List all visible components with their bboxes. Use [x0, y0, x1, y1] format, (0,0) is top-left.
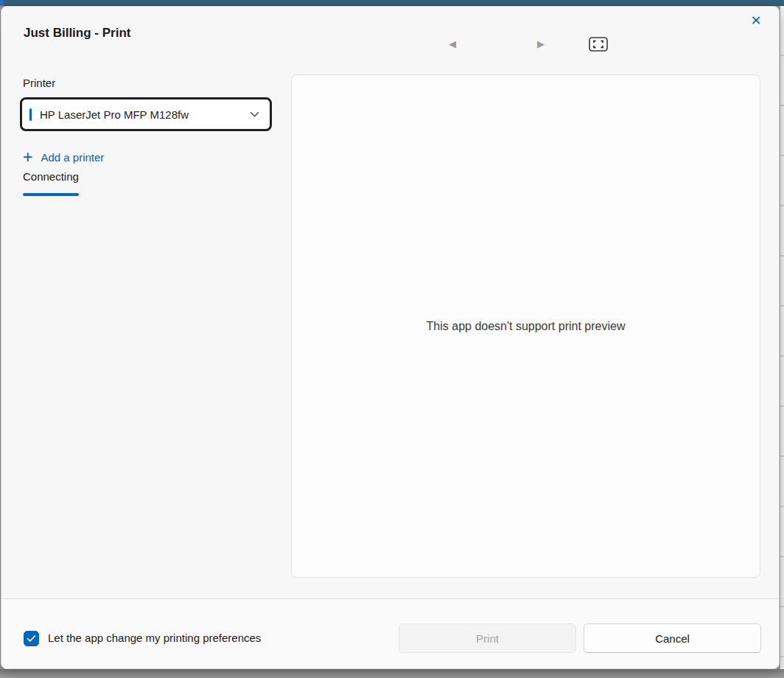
- cancel-button[interactable]: Cancel: [584, 623, 761, 653]
- close-icon: ✕: [750, 13, 761, 28]
- print-button[interactable]: Print: [399, 623, 576, 653]
- progress-track: [23, 193, 275, 196]
- next-page-button[interactable]: ▶: [531, 34, 551, 55]
- dialog-title: Just Billing - Print: [24, 26, 130, 41]
- add-printer-label: Add a printer: [41, 151, 104, 164]
- chevron-down-icon: [250, 111, 259, 118]
- selection-indicator: [29, 108, 32, 121]
- add-printer-link[interactable]: + Add a printer: [23, 147, 104, 167]
- previous-page-icon: ◀: [449, 38, 456, 49]
- previous-page-button[interactable]: ◀: [442, 34, 463, 55]
- plus-icon: +: [23, 149, 32, 165]
- dialog-footer: Let the app change my printing preferenc…: [1, 598, 779, 668]
- printer-select[interactable]: HP LaserJet Pro MFP M128fw: [20, 97, 272, 131]
- backdrop-app-bottom-edge: [0, 669, 784, 678]
- print-preview-area: This app doesn't support print preview: [291, 74, 760, 578]
- printing-preferences-label[interactable]: Let the app change my printing preferenc…: [48, 632, 261, 644]
- close-button[interactable]: ✕: [745, 10, 767, 32]
- checkmark-icon: [27, 635, 36, 643]
- printer-label: Printer: [23, 77, 55, 89]
- selected-printer-value: HP LaserJet Pro MFP M128fw: [40, 108, 250, 121]
- backdrop-app-titlebar: [0, 0, 784, 6]
- progress-bar: [23, 193, 79, 196]
- fit-to-page-icon: [589, 37, 608, 52]
- backdrop-accent-corner: [0, 0, 4, 6]
- fit-to-page-button[interactable]: [588, 34, 609, 55]
- preview-message: This app doesn't support print preview: [427, 320, 626, 333]
- next-page-icon: ▶: [537, 38, 545, 49]
- backdrop-app-right-edge: [780, 6, 784, 669]
- printing-preferences-checkbox[interactable]: [24, 631, 39, 646]
- print-dialog: Just Billing - Print ✕ ◀ ▶ Printer HP La…: [1, 6, 780, 669]
- printer-status: Connecting: [23, 170, 79, 183]
